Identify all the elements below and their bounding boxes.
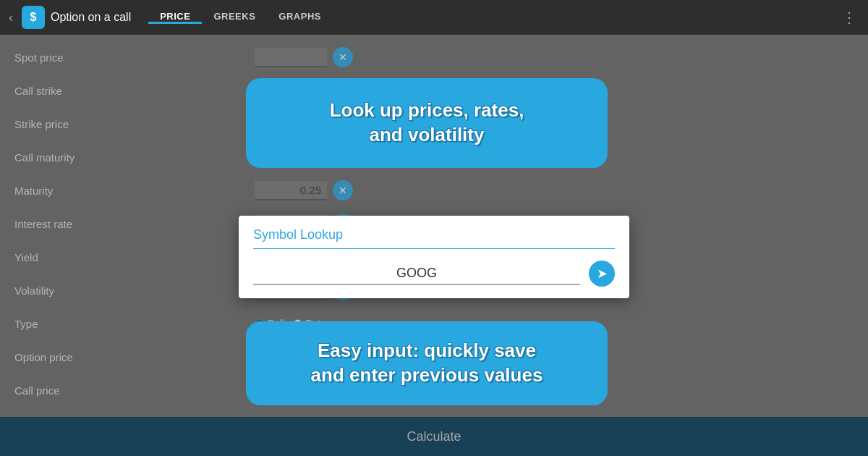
tooltip-bubble-bottom: Easy input: quickly save and enter previ… bbox=[246, 321, 608, 405]
main-content: Spot price Call strike Strike price Call… bbox=[0, 35, 868, 456]
tab-price[interactable]: PRICE bbox=[148, 11, 202, 24]
symbol-input[interactable] bbox=[253, 263, 580, 285]
app-icon: $ bbox=[22, 6, 45, 29]
more-options-button[interactable]: ⋮ bbox=[836, 6, 862, 29]
symbol-dialog-body: ➤ bbox=[239, 249, 629, 298]
symbol-lookup-dialog: Symbol Lookup ➤ bbox=[239, 216, 629, 298]
symbol-go-button[interactable]: ➤ bbox=[589, 261, 615, 287]
tooltip-bottom-text: Easy input: quickly save and enter previ… bbox=[268, 339, 586, 388]
top-bar: ‹ $ Option on a call PRICE GREEKS GRAPHS… bbox=[0, 0, 868, 35]
back-button[interactable]: ‹ bbox=[6, 7, 16, 28]
tooltip-bubble-top: Look up prices, rates, and volatility bbox=[246, 78, 608, 168]
tab-greeks[interactable]: GREEKS bbox=[202, 11, 267, 24]
symbol-dialog-title: Symbol Lookup bbox=[239, 216, 629, 248]
tab-graphs[interactable]: GRAPHS bbox=[267, 11, 333, 24]
tooltip-top-text: Look up prices, rates, and volatility bbox=[268, 98, 586, 148]
app-title: Option on a call bbox=[51, 11, 131, 24]
top-bar-left: ‹ $ Option on a call PRICE GREEKS GRAPHS bbox=[6, 6, 333, 29]
tab-bar: PRICE GREEKS GRAPHS bbox=[148, 11, 333, 24]
